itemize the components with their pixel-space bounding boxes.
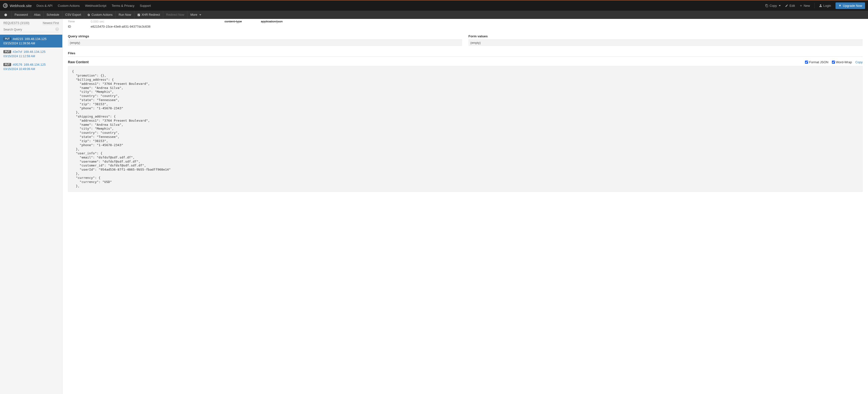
word-wrap-checkbox[interactable] xyxy=(832,61,835,64)
request-hash: #2e7cf xyxy=(12,50,22,54)
brand-logo-icon xyxy=(3,3,8,8)
clock-icon xyxy=(4,13,7,17)
request-time: 03/15/2024 11:12:59 AM xyxy=(3,55,59,58)
request-time: 03/15/2024 10:49:09 AM xyxy=(3,67,59,71)
raw-content-heading: Raw Content xyxy=(68,60,89,64)
login-label: Login xyxy=(824,4,831,7)
edit-button[interactable]: Edit xyxy=(785,4,795,7)
caret-down-icon xyxy=(199,14,201,15)
edit-icon xyxy=(785,4,788,7)
request-hash: #e8215 xyxy=(12,37,23,41)
redirect-now-button[interactable]: Redirect Now xyxy=(163,11,187,19)
request-ip: 169.48.134.125 xyxy=(25,37,46,41)
time-value: 0.000 sec xyxy=(91,20,104,23)
search-input[interactable] xyxy=(3,27,59,32)
method-badge: PUT xyxy=(3,50,11,53)
form-values-empty: (empty) xyxy=(468,40,863,46)
login-button[interactable]: Login xyxy=(819,4,831,7)
content-type-label: content-type xyxy=(224,20,261,23)
nav-webhookscript[interactable]: WebhookScript xyxy=(85,4,106,7)
new-label: New xyxy=(804,4,810,7)
method-badge: PUT xyxy=(3,37,11,40)
request-hash: #0f176 xyxy=(12,63,22,66)
query-strings-empty: (empty) xyxy=(68,40,462,46)
main-content: Time 0.000 sec ID e8215470-15ce-43e8-a83… xyxy=(63,19,868,394)
gear-icon xyxy=(87,13,90,17)
raw-content-body[interactable]: { "promotion": {}, "billing_address": { … xyxy=(72,70,859,188)
xhr-redirect-button[interactable]: XHR Redirect xyxy=(134,11,163,19)
request-item[interactable]: PUT#e8215 169.48.134.12503/15/2024 11:39… xyxy=(0,35,62,47)
copy-dropdown[interactable]: Copy xyxy=(765,4,781,7)
top-right-actions: Copy Edit New Login Upgrade Now xyxy=(765,2,865,9)
plus-icon xyxy=(799,4,803,7)
password-button[interactable]: Password xyxy=(12,11,31,19)
clock-button[interactable] xyxy=(0,11,12,19)
request-ip: 169.48.134.125 xyxy=(24,50,45,54)
request-item[interactable]: PUT#2e7cf 169.48.134.12503/15/2024 11:12… xyxy=(0,47,62,60)
request-list: PUT#e8215 169.48.134.12503/15/2024 11:39… xyxy=(0,35,62,73)
brand-text: Webhook.site xyxy=(10,4,32,8)
brand-link[interactable]: Webhook.site xyxy=(3,3,32,8)
requests-sidebar: REQUESTS (3/100) Newest First ? PUT#e821… xyxy=(0,19,63,394)
request-ip: 169.48.134.125 xyxy=(24,63,45,66)
sort-newest-first[interactable]: Newest First xyxy=(43,21,59,25)
primary-nav: Docs & API Custom Actions WebhookScript … xyxy=(37,4,765,7)
upgrade-label: Upgrade Now xyxy=(843,4,862,7)
toolbar: Password Alias Schedule CSV Export Custo… xyxy=(0,11,868,19)
top-navbar: Webhook.site Docs & API Custom Actions W… xyxy=(0,0,868,11)
request-item[interactable]: PUT#0f176 169.48.134.12503/15/2024 10:49… xyxy=(0,60,62,73)
query-strings-heading: Query strings xyxy=(68,33,462,40)
id-value: e8215470-15ce-43e8-a831-94377dc3c638 xyxy=(91,25,151,28)
nav-terms[interactable]: Terms & Privacy xyxy=(112,4,134,7)
edit-label: Edit xyxy=(789,4,795,7)
nav-custom-actions[interactable]: Custom Actions xyxy=(58,4,80,7)
word-wrap-toggle[interactable]: Word-Wrap xyxy=(832,60,852,64)
copy-icon xyxy=(765,4,768,7)
new-button[interactable]: New xyxy=(799,4,810,7)
run-now-button[interactable]: Run Now xyxy=(116,11,134,19)
requests-count[interactable]: REQUESTS (3/100) xyxy=(3,21,29,25)
upgrade-button[interactable]: Upgrade Now xyxy=(836,2,865,9)
time-label: Time xyxy=(68,20,91,23)
files-heading: Files xyxy=(68,50,863,57)
separator xyxy=(814,3,815,8)
content-type-value: application/json xyxy=(261,20,283,23)
csv-export-button[interactable]: CSV Export xyxy=(62,11,84,19)
more-dropdown[interactable]: More xyxy=(187,11,204,19)
copy-label: Copy xyxy=(770,4,777,7)
caret-down-icon xyxy=(779,5,781,6)
request-time: 03/15/2024 11:39:56 AM xyxy=(3,42,59,45)
method-badge: PUT xyxy=(3,63,11,66)
schedule-button[interactable]: Schedule xyxy=(44,11,62,19)
nav-docs[interactable]: Docs & API xyxy=(37,4,53,7)
custom-actions-button[interactable]: Custom Actions xyxy=(84,11,116,19)
checkbox-icon xyxy=(137,13,141,17)
form-values-heading: Form values xyxy=(468,33,863,40)
format-json-checkbox[interactable] xyxy=(805,61,808,64)
copy-raw-button[interactable]: Copy xyxy=(856,60,863,64)
user-icon xyxy=(819,4,822,7)
id-label: ID xyxy=(68,25,91,28)
upgrade-icon xyxy=(838,4,842,7)
search-help-icon[interactable]: ? xyxy=(55,27,59,31)
raw-content-box: { "promotion": {}, "billing_address": { … xyxy=(68,66,863,192)
alias-button[interactable]: Alias xyxy=(31,11,44,19)
format-json-toggle[interactable]: Format JSON xyxy=(805,60,828,64)
nav-support[interactable]: Support xyxy=(140,4,151,7)
